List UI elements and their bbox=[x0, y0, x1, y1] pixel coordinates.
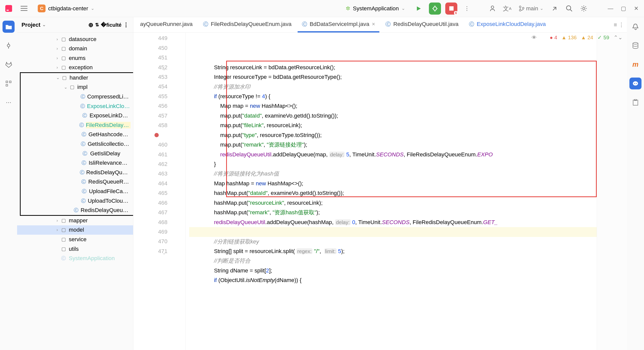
chevron-icon[interactable]: ⌃⌄ bbox=[614, 34, 623, 41]
tree-item[interactable]: ⒸExposeLinkDelay bbox=[21, 111, 133, 120]
tree-item[interactable]: ⒸGetHashcodeDelay bbox=[21, 130, 133, 139]
tree-item[interactable]: ⒸRedisDelayQueueHandle bbox=[21, 205, 133, 215]
tree-item[interactable]: ⒸUploadFileCabinet bbox=[21, 187, 133, 196]
tree-item[interactable]: ⒸUploadToCloudDelay bbox=[21, 196, 133, 206]
main-menu-icon[interactable] bbox=[19, 3, 29, 14]
tree-item[interactable]: ⒸExposeLinkCloudDelay bbox=[21, 101, 133, 111]
reader-mode-icon[interactable]: 👁 bbox=[532, 34, 537, 41]
svg-point-10 bbox=[7, 44, 10, 47]
svg-rect-13 bbox=[6, 84, 8, 86]
chevron-down-icon[interactable]: ⌄ bbox=[42, 22, 46, 27]
search-icon[interactable] bbox=[564, 3, 574, 14]
chevron-down-icon: ⌄ bbox=[91, 6, 94, 11]
maven-icon[interactable]: m bbox=[629, 58, 641, 71]
tree-item[interactable]: ›▢model bbox=[17, 225, 133, 235]
tree-item[interactable]: ⒸFileRedisDelayQueueRunne bbox=[21, 120, 133, 130]
svg-rect-3 bbox=[449, 6, 454, 11]
close-icon[interactable]: × bbox=[372, 21, 375, 27]
tree-item[interactable]: ⒸSystemApplication bbox=[17, 254, 133, 263]
tree-item[interactable]: ⒸIsliRelevanceDelay bbox=[21, 158, 133, 168]
settings-icon[interactable] bbox=[579, 3, 589, 14]
weak-warning-count: ▲ 24 bbox=[581, 34, 593, 41]
tree-item[interactable]: ⒸGetIsliDelay bbox=[21, 149, 133, 158]
tree-item[interactable]: ›▢exception bbox=[17, 63, 133, 72]
code-with-me-icon[interactable] bbox=[488, 3, 498, 14]
notifications-icon[interactable] bbox=[629, 21, 641, 33]
tree-item[interactable]: ⒸCompressedLinkDelay bbox=[21, 92, 133, 101]
tabs-list-icon[interactable]: ≡ bbox=[614, 22, 617, 28]
clipboard-icon[interactable] bbox=[629, 96, 641, 109]
titlebar: C ctbigdata-center ⌄ ✲ SystemApplication… bbox=[0, 0, 644, 17]
gutter[interactable]: 449450451452⌄453454455456457458460461462… bbox=[133, 33, 186, 350]
tree-item[interactable]: ▢service bbox=[17, 235, 133, 244]
minimize-button[interactable]: — bbox=[606, 4, 615, 13]
tree-item[interactable]: ⒸGetIslicollectionDelay bbox=[21, 139, 133, 149]
project-badge: C bbox=[38, 5, 46, 12]
svg-point-2 bbox=[433, 7, 437, 10]
gitlab-tool-icon[interactable] bbox=[3, 58, 15, 71]
svg-point-8 bbox=[567, 6, 571, 10]
svg-point-20 bbox=[633, 81, 638, 86]
tree-item[interactable]: ›▢mapper bbox=[17, 216, 133, 225]
editor-tab[interactable]: ayQueueRunner.java bbox=[136, 17, 197, 32]
more-tools-icon[interactable]: ⋯ bbox=[3, 96, 15, 109]
project-tree[interactable]: ›▢datasource›▢domain›▢enums›▢exception⌄▢… bbox=[17, 33, 133, 350]
code-editor[interactable]: String resourceLink = bdData.getResource… bbox=[186, 33, 597, 350]
svg-rect-11 bbox=[6, 81, 8, 83]
editor-tab[interactable]: ⒸRedisDelayQueueUtil.java bbox=[381, 17, 463, 32]
tree-item[interactable]: ›▢datasource bbox=[17, 34, 133, 44]
tree-item[interactable]: ⒸRedisDelayQueueRunner bbox=[21, 168, 133, 177]
stop-button[interactable]: 6 bbox=[445, 3, 457, 15]
panel-title: Project bbox=[21, 22, 40, 28]
debug-button[interactable] bbox=[429, 3, 441, 15]
close-button[interactable]: ✕ bbox=[632, 4, 640, 13]
tree-item[interactable]: ▢utils bbox=[17, 244, 133, 254]
svg-point-6 bbox=[519, 9, 521, 11]
git-branch-button[interactable]: main⌄ bbox=[517, 3, 545, 14]
tree-item[interactable]: ›▢domain bbox=[17, 44, 133, 53]
structure-tool-icon[interactable] bbox=[3, 78, 15, 90]
typo-count: ✓ 59 bbox=[597, 34, 609, 41]
more-icon[interactable]: ⋮ bbox=[619, 21, 624, 28]
tree-item[interactable]: ⌄▢handler bbox=[21, 73, 133, 83]
editor-body[interactable]: 👁 ● 4 ▲ 136 ▲ 24 ✓ 59 ⌃⌄ 449450451452⌄45… bbox=[133, 33, 627, 350]
inspections-widget[interactable]: 👁 ● 4 ▲ 136 ▲ 24 ✓ 59 ⌃⌄ bbox=[532, 34, 623, 41]
commit-tool-icon[interactable] bbox=[3, 40, 15, 52]
error-count: ● 4 bbox=[550, 34, 557, 41]
svg-point-22 bbox=[636, 83, 637, 84]
locate-icon[interactable]: ⊕ bbox=[88, 21, 93, 28]
editor-tab[interactable]: ⒸFileRedisDelayQueueEnum.java bbox=[199, 17, 296, 32]
collapse-icon[interactable]: �ficulté bbox=[101, 22, 122, 28]
editor-tab[interactable]: ⒸBdDataServiceImpl.java× bbox=[298, 17, 380, 32]
expand-icon[interactable]: ⇅ bbox=[95, 22, 99, 28]
database-icon[interactable] bbox=[629, 40, 641, 52]
tree-item[interactable]: ›▢enums bbox=[17, 53, 133, 63]
editor-tabs: ayQueueRunner.javaⒸFileRedisDelayQueueEn… bbox=[133, 17, 627, 33]
project-selector[interactable]: C ctbigdata-center ⌄ bbox=[34, 4, 98, 13]
run-button[interactable] bbox=[413, 3, 425, 15]
ai-assistant-icon[interactable] bbox=[629, 78, 641, 90]
maximize-button[interactable]: ▢ bbox=[619, 4, 628, 13]
svg-point-19 bbox=[633, 43, 638, 44]
more-icon[interactable]: ⋮ bbox=[123, 21, 129, 28]
stop-count-badge: 6 bbox=[454, 11, 458, 15]
more-icon[interactable]: ⋮ bbox=[462, 3, 472, 14]
minimap[interactable] bbox=[597, 33, 627, 350]
chevron-down-icon: ⌄ bbox=[401, 6, 405, 11]
editor-tab[interactable]: ⒸExposeLinkCloudDelay.java bbox=[465, 17, 550, 32]
tree-item[interactable]: ⒸRedisQueueRunner bbox=[21, 177, 133, 187]
debug-icon: ✲ bbox=[346, 5, 350, 12]
run-config-selector[interactable]: ✲ SystemApplication ⌄ bbox=[342, 4, 409, 13]
svg-rect-0 bbox=[5, 5, 12, 12]
run-config-label: SystemApplication bbox=[353, 5, 399, 12]
project-panel: Project ⌄ ⊕ ⇅ �ficulté ⋮ ›▢datasource›▢d… bbox=[17, 17, 133, 350]
intellij-logo-icon[interactable] bbox=[4, 3, 14, 14]
tree-item[interactable]: ⌄▢impl bbox=[21, 83, 133, 92]
warning-count: ▲ 136 bbox=[561, 34, 577, 41]
open-link-icon[interactable] bbox=[549, 3, 560, 14]
editor-area: ayQueueRunner.javaⒸFileRedisDelayQueueEn… bbox=[133, 17, 627, 350]
project-tool-icon[interactable] bbox=[3, 21, 15, 33]
svg-point-7 bbox=[522, 7, 524, 9]
translate-icon[interactable]: 文A bbox=[502, 3, 512, 14]
svg-point-5 bbox=[519, 6, 521, 8]
